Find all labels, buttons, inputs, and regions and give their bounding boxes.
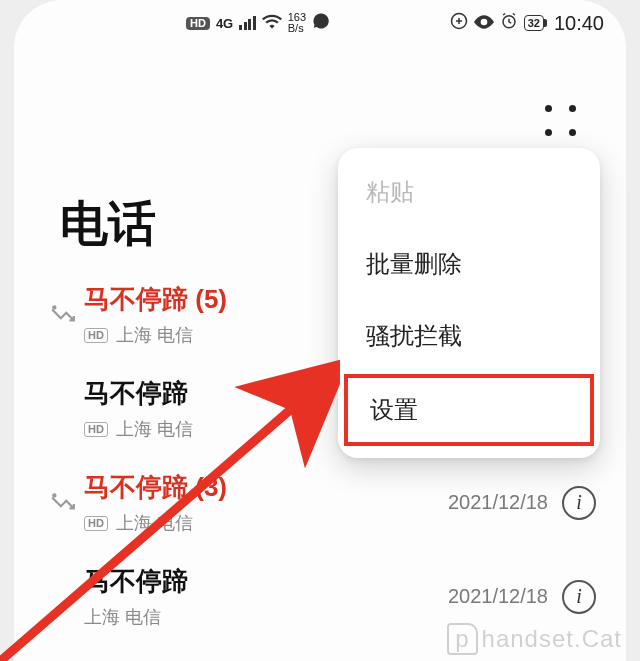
net-speed: 163B/s bbox=[288, 12, 306, 34]
signal-icon bbox=[239, 16, 256, 30]
call-contact-name: 马不停蹄 bbox=[84, 564, 448, 599]
watermark: phandset.Cat bbox=[447, 623, 622, 655]
volte-icon bbox=[450, 12, 468, 35]
call-date: 2021/12/18 bbox=[448, 491, 548, 514]
hd-badge: HD bbox=[84, 422, 108, 437]
missed-call-icon bbox=[50, 305, 84, 325]
alarm-icon bbox=[500, 12, 518, 35]
call-log-item[interactable]: 马不停蹄 (3) HD 上海 电信 2021/12/18 i bbox=[14, 456, 626, 550]
phone-screen: HD 4G 163B/s 32 10:40 电话 bbox=[14, 0, 626, 661]
call-contact-name: 马不停蹄 (3) bbox=[84, 470, 448, 505]
clock: 10:40 bbox=[554, 12, 604, 35]
call-date: 2021/12/18 bbox=[448, 585, 548, 608]
message-icon bbox=[312, 12, 330, 34]
wifi-icon bbox=[262, 13, 282, 33]
svg-point-3 bbox=[52, 493, 56, 497]
info-icon[interactable]: i bbox=[562, 580, 596, 614]
status-left: HD 4G 163B/s bbox=[186, 12, 330, 34]
missed-call-icon bbox=[50, 493, 84, 513]
call-location: 上海 电信 bbox=[116, 511, 193, 535]
hd-badge: HD bbox=[84, 328, 108, 343]
battery-icon: 32 bbox=[524, 15, 544, 31]
menu-item-batch-delete[interactable]: 批量删除 bbox=[338, 228, 600, 300]
call-location: 上海 电信 bbox=[116, 323, 193, 347]
hd-icon: HD bbox=[186, 17, 210, 30]
network-gen: 4G bbox=[216, 16, 233, 31]
page-title: 电话 bbox=[60, 192, 156, 256]
menu-item-settings[interactable]: 设置 bbox=[344, 374, 594, 446]
status-bar: HD 4G 163B/s 32 10:40 bbox=[14, 0, 626, 46]
eye-icon bbox=[474, 13, 494, 34]
menu-item-paste[interactable]: 粘贴 bbox=[338, 156, 600, 228]
menu-item-block[interactable]: 骚扰拦截 bbox=[338, 300, 600, 372]
call-location: 上海 电信 bbox=[84, 605, 161, 629]
overflow-menu: 粘贴 批量删除 骚扰拦截 设置 bbox=[338, 148, 600, 458]
call-location: 上海 电信 bbox=[116, 417, 193, 441]
info-icon[interactable]: i bbox=[562, 486, 596, 520]
overflow-menu-button[interactable] bbox=[540, 100, 580, 140]
hd-badge: HD bbox=[84, 516, 108, 531]
svg-point-2 bbox=[52, 305, 56, 309]
